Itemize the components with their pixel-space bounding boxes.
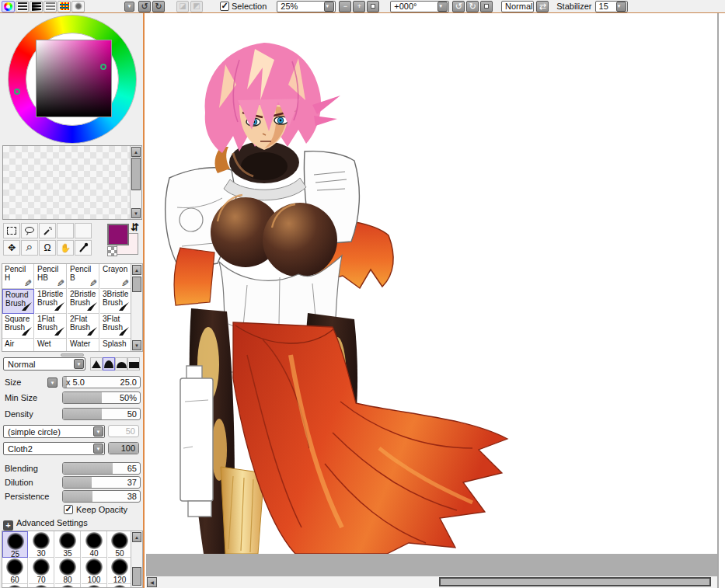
- brush-size-preset[interactable]: 60: [2, 558, 28, 584]
- brush-cell[interactable]: PencilH✎: [2, 264, 34, 289]
- zoom-tool[interactable]: ⌕: [21, 240, 38, 256]
- zoom-in-button[interactable]: +: [353, 1, 365, 12]
- size-slider[interactable]: x 5.0 25.0: [62, 376, 141, 388]
- scroll-up-icon[interactable]: ▲: [132, 265, 141, 275]
- eyedropper-tool[interactable]: [75, 240, 92, 256]
- advanced-settings-toggle[interactable]: +Advanced Settings: [3, 518, 88, 531]
- panel-more-dropdown-button[interactable]: ▼: [124, 2, 134, 12]
- zoom-dropdown-button[interactable]: ▼: [324, 2, 334, 12]
- rotate-reset-button[interactable]: [480, 1, 493, 12]
- magic-wand-tool[interactable]: [39, 223, 56, 238]
- hand-tool[interactable]: ✋: [57, 240, 74, 256]
- view-mode-button[interactable]: Normal: [501, 1, 534, 12]
- color-wheel[interactable]: [8, 15, 137, 144]
- color-palette-panel-button[interactable]: [58, 1, 71, 12]
- canvas-angle-box[interactable]: +000° ▼: [390, 1, 449, 12]
- rect-select-tool[interactable]: [3, 223, 20, 238]
- brush-cell[interactable]: PencilB✎: [68, 264, 99, 289]
- swap-colors-icon[interactable]: ⇵: [131, 221, 139, 233]
- brush-cell[interactable]: 1BristleBrush: [35, 289, 67, 314]
- chevron-down-icon[interactable]: ▼: [74, 359, 84, 369]
- scratchpad-scrollbar[interactable]: ▲ ▼: [130, 146, 141, 219]
- scratchpad[interactable]: ▲ ▼: [2, 145, 142, 220]
- stabilizer-box[interactable]: 15 ▼: [595, 1, 628, 12]
- canvas-area[interactable]: ◀: [146, 13, 719, 588]
- brush-size-preset-selected[interactable]: 25: [2, 531, 28, 558]
- min-size-slider[interactable]: 50%: [62, 391, 141, 404]
- empty-tool-slot[interactable]: [57, 223, 74, 238]
- texture-dropdown[interactable]: Cloth2 ▼: [3, 442, 105, 455]
- scroll-up-icon[interactable]: ▲: [131, 147, 141, 157]
- rotate-canvas-tool[interactable]: Ω: [39, 240, 56, 256]
- dilution-slider[interactable]: 37: [62, 476, 141, 489]
- lasso-tool[interactable]: [21, 223, 38, 238]
- edge-shape-round-button[interactable]: [103, 357, 115, 371]
- character-artwork[interactable]: [146, 13, 719, 554]
- brush-size-preset[interactable]: 120: [108, 558, 132, 584]
- scrollbar-thumb[interactable]: [132, 277, 141, 292]
- undo-button[interactable]: ↺: [138, 1, 151, 12]
- transparent-color-button[interactable]: [107, 246, 117, 256]
- zoom-out-button[interactable]: −: [339, 1, 351, 12]
- brush-size-preset[interactable]: 100: [82, 558, 107, 584]
- rotate-ccw-button[interactable]: ↺: [452, 1, 465, 12]
- brush-shape-dropdown[interactable]: (simple circle) ▼: [3, 425, 105, 438]
- horizontal-scrollbar[interactable]: ◀: [146, 576, 719, 588]
- saturation-value-square[interactable]: [36, 40, 112, 117]
- size-unit-dropdown-button[interactable]: ▼: [47, 378, 58, 388]
- scroll-up-icon[interactable]: ▲: [132, 532, 141, 542]
- brush-size-preset[interactable]: [108, 584, 132, 588]
- angle-dropdown-button[interactable]: ▼: [437, 2, 448, 12]
- brush-size-preset[interactable]: 70: [29, 558, 54, 584]
- brush-size-preset[interactable]: 50: [108, 531, 132, 558]
- brush-cell[interactable]: 3FlatBrush: [100, 314, 131, 339]
- sv-picker-cursor[interactable]: [100, 64, 106, 70]
- edge-shape-hard-button[interactable]: [90, 357, 103, 371]
- brush-size-preset[interactable]: 35: [55, 531, 81, 558]
- edge-shape-soft-button[interactable]: [115, 357, 127, 371]
- hue-picker-cursor[interactable]: [14, 89, 20, 95]
- brush-size-preset[interactable]: [55, 584, 81, 588]
- blending-slider[interactable]: 65: [62, 462, 141, 475]
- keep-opacity-checkbox[interactable]: [64, 505, 73, 514]
- stabilizer-dropdown-button[interactable]: ▼: [616, 2, 626, 12]
- flip-horizontal-button[interactable]: ⇄: [536, 1, 549, 12]
- edge-shape-flat-button[interactable]: [127, 357, 140, 371]
- brush-size-preset[interactable]: [82, 584, 107, 588]
- presets-scrollbar[interactable]: ▲: [131, 531, 142, 587]
- brush-cell[interactable]: Wet: [35, 339, 67, 352]
- primary-color-swatch[interactable]: [107, 224, 129, 245]
- brush-cell[interactable]: 2FlatBrush: [68, 314, 99, 339]
- scratchpad-panel-button[interactable]: [71, 1, 85, 12]
- chevron-down-icon[interactable]: ▼: [93, 426, 103, 437]
- panel-resize-gripper[interactable]: [61, 353, 84, 357]
- brush-cell-selected[interactable]: RoundBrush: [2, 289, 34, 314]
- selection-checkbox[interactable]: [220, 2, 229, 11]
- zoom-reset-button[interactable]: [367, 1, 379, 12]
- brush-cell[interactable]: PencilHB✎: [35, 264, 67, 289]
- scrollbar-thumb[interactable]: [439, 577, 711, 586]
- rotate-cw-button[interactable]: ↻: [466, 1, 479, 12]
- scrollbar-thumb[interactable]: [132, 567, 141, 586]
- brush-size-preset[interactable]: 80: [55, 558, 81, 584]
- scroll-down-icon[interactable]: ▼: [131, 208, 141, 218]
- move-tool[interactable]: ✥: [3, 240, 20, 256]
- texture-strength-slider[interactable]: 100: [108, 442, 139, 454]
- scrollbar-thumb[interactable]: [131, 158, 141, 190]
- redo-button[interactable]: ↻: [152, 1, 165, 12]
- brush-cell[interactable]: 2BristleBrush: [68, 289, 99, 314]
- brush-size-preset[interactable]: [2, 584, 28, 588]
- brush-cell[interactable]: Water: [68, 339, 99, 352]
- blend-mode-dropdown[interactable]: Normal ▼: [3, 357, 85, 371]
- empty-tool-slot[interactable]: [75, 223, 92, 238]
- brush-cell[interactable]: SquareBrush: [2, 314, 34, 339]
- color-wheel-panel-button[interactable]: [2, 1, 15, 12]
- scroll-left-icon[interactable]: ◀: [147, 577, 157, 587]
- brush-size-preset[interactable]: 30: [29, 531, 54, 558]
- brush-size-preset[interactable]: [29, 584, 54, 588]
- brush-size-preset[interactable]: 40: [82, 531, 107, 558]
- persistence-slider[interactable]: 38: [62, 490, 141, 503]
- brush-cell[interactable]: 3BristleBrush: [100, 289, 131, 314]
- brush-cell[interactable]: 1FlatBrush: [35, 314, 67, 339]
- scroll-down-icon[interactable]: ▼: [132, 340, 141, 350]
